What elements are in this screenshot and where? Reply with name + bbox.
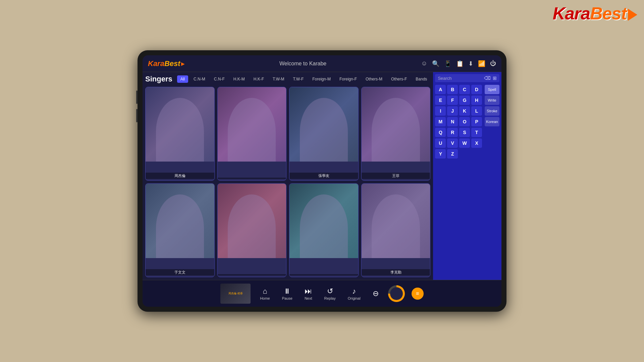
search-input[interactable]: Search xyxy=(438,76,484,81)
volume-down-icon: ⊖ xyxy=(373,289,379,298)
singer-silhouette-8 xyxy=(372,194,420,258)
nav-btn-twm[interactable]: T.W-M xyxy=(269,75,287,83)
replay-icon: ↺ xyxy=(327,287,333,296)
nav-btn-othersf[interactable]: Others-F xyxy=(388,75,410,83)
singer-photo-7 xyxy=(289,184,358,258)
home-button[interactable]: ⌂ Home xyxy=(257,286,272,302)
key-M[interactable]: M xyxy=(435,117,446,126)
key-P[interactable]: P xyxy=(471,117,482,126)
key-I[interactable]: I xyxy=(435,106,446,116)
singer-silhouette-6 xyxy=(228,194,276,258)
replay-label: Replay xyxy=(324,296,336,300)
singer-silhouette-1 xyxy=(156,98,204,162)
tablet-icon[interactable]: 📱 xyxy=(444,60,451,67)
nav-btn-othersm[interactable]: Others-M xyxy=(362,75,386,83)
logo-text-best: Best xyxy=(164,59,180,68)
main-content: Singers All C.N-M C.N-F H.K-M H.K-F T.W-… xyxy=(143,72,501,280)
mode-stroke[interactable]: Stroke xyxy=(485,106,499,116)
key-Q[interactable]: Q xyxy=(435,128,446,137)
singer-photo-5 xyxy=(146,184,214,258)
singer-card-1[interactable]: 周杰倫 xyxy=(145,87,215,181)
nav-btn-foreignf[interactable]: Foreign-F xyxy=(336,75,360,83)
volume-knob[interactable] xyxy=(388,285,405,302)
nav-btn-all[interactable]: All xyxy=(177,75,188,83)
key-F[interactable]: F xyxy=(447,96,458,105)
desk-background: KaraBest KaraBest ▶ Welcome to Karabe ☺ … xyxy=(0,0,644,362)
side-button-top[interactable] xyxy=(136,90,138,104)
pause-button[interactable]: ⏸ Pause xyxy=(279,286,295,302)
wifi-icon[interactable]: 📶 xyxy=(478,60,485,67)
side-button-mid[interactable] xyxy=(136,109,138,122)
nav-btn-cnf[interactable]: C.N-F xyxy=(211,75,228,83)
singer-name-2 xyxy=(218,178,286,179)
nav-btn-cnm[interactable]: C.N-M xyxy=(190,75,209,83)
replay-button[interactable]: ↺ Replay xyxy=(322,286,338,302)
singers-nav: Singers All C.N-M C.N-F H.K-M H.K-F T.W-… xyxy=(145,75,430,83)
next-icon: ⏭ xyxy=(305,287,312,296)
mode-spell[interactable]: Spell xyxy=(485,85,499,94)
singer-card-8[interactable]: 李克勤 xyxy=(361,183,431,277)
key-B[interactable]: B xyxy=(447,85,458,94)
nav-btn-hkf[interactable]: H.K-F xyxy=(250,75,267,83)
key-D[interactable]: D xyxy=(471,85,482,94)
singer-name-4: 王菲 xyxy=(362,173,430,179)
search-icon[interactable]: 🔍 xyxy=(432,60,439,67)
queue-button[interactable]: ≡ xyxy=(412,288,424,300)
key-G[interactable]: G xyxy=(459,96,470,105)
singer-card-2[interactable] xyxy=(217,87,287,181)
nav-btn-bands[interactable]: Bands xyxy=(412,75,430,83)
key-L[interactable]: L xyxy=(471,106,482,116)
singer-card-5[interactable]: 于文文 xyxy=(145,183,215,277)
original-button[interactable]: ♪ Original xyxy=(345,286,363,302)
logo-arrow-icon: ▶ xyxy=(181,61,185,66)
singers-area: Singers All C.N-M C.N-F H.K-M H.K-F T.W-… xyxy=(143,72,433,280)
key-T[interactable]: T xyxy=(471,128,482,137)
singer-card-7[interactable] xyxy=(289,183,359,277)
volume-down-button[interactable]: ⊖ xyxy=(370,288,381,299)
singer-card-3[interactable]: 張學友 xyxy=(289,87,359,181)
search-clear-icon[interactable]: ⌫ xyxy=(484,75,491,81)
queue-icon: ≡ xyxy=(416,291,419,297)
home-icon: ⌂ xyxy=(263,287,267,296)
key-J[interactable]: J xyxy=(447,106,458,116)
key-Z[interactable]: Z xyxy=(447,149,458,159)
singer-photo-6 xyxy=(218,184,286,258)
book-icon[interactable]: 📋 xyxy=(456,60,464,67)
singer-photo-4 xyxy=(362,87,430,162)
now-playing-thumbnail[interactable]: 周杰倫-稻香 xyxy=(220,284,251,304)
nav-btn-foreignm[interactable]: Foreign-M xyxy=(309,75,334,83)
next-button[interactable]: ⏭ Next xyxy=(302,286,315,302)
key-A[interactable]: A xyxy=(435,85,446,94)
bottom-bar: 周杰倫-稻香 ⌂ Home ⏸ Pause ⏭ Next ↺ Re xyxy=(143,280,501,307)
singer-name-5: 于文文 xyxy=(146,269,214,276)
key-V[interactable]: V xyxy=(447,138,458,148)
key-N[interactable]: N xyxy=(447,117,458,126)
key-Y[interactable]: Y xyxy=(435,149,446,159)
mode-write[interactable]: Write xyxy=(485,96,499,105)
key-X[interactable]: X xyxy=(471,138,482,148)
key-C[interactable]: C xyxy=(459,85,470,94)
singer-photo-3 xyxy=(289,87,358,162)
keyboard-panel: Search ⌫ ⊞ A B C D E F G xyxy=(433,72,501,280)
power-icon[interactable]: ⏻ xyxy=(490,60,496,67)
pause-label: Pause xyxy=(282,296,292,300)
key-S[interactable]: S xyxy=(459,128,470,137)
mode-korean[interactable]: Korean xyxy=(485,117,499,126)
key-R[interactable]: R xyxy=(447,128,458,137)
key-H[interactable]: H xyxy=(471,96,482,105)
singer-card-6[interactable] xyxy=(217,183,287,277)
key-E[interactable]: E xyxy=(435,96,446,105)
key-U[interactable]: U xyxy=(435,138,446,148)
grid-toggle-icon[interactable]: ⊞ xyxy=(493,75,497,81)
mode-buttons: Spell Write Stroke Korean xyxy=(485,85,499,159)
key-O[interactable]: O xyxy=(459,117,470,126)
nav-btn-twf[interactable]: T.W-F xyxy=(290,75,307,83)
download-icon[interactable]: ⬇ xyxy=(468,60,473,67)
nav-btn-hkm[interactable]: H.K-M xyxy=(230,75,248,83)
original-icon: ♪ xyxy=(352,287,356,296)
key-K[interactable]: K xyxy=(459,106,470,116)
singer-card-4[interactable]: 王菲 xyxy=(361,87,431,181)
key-W[interactable]: W xyxy=(459,138,470,148)
smiley-icon[interactable]: ☺ xyxy=(421,60,427,67)
tablet-frame: KaraBest ▶ Welcome to Karabe ☺ 🔍 📱 📋 ⬇ 📶… xyxy=(138,50,506,312)
